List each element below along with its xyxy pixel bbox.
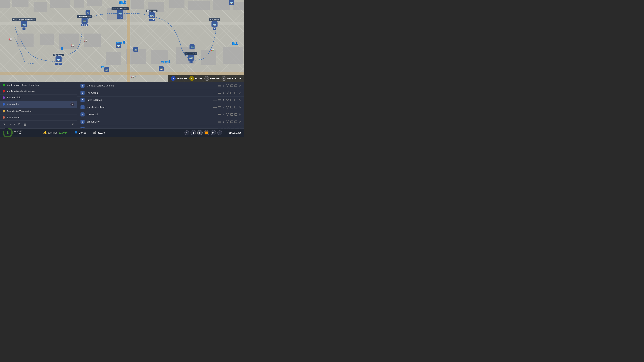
stop-controls-6: — 1 ⚙ [213,120,241,124]
gear-icon-1[interactable]: ⚙ [238,84,241,87]
stops-list[interactable]: 1 Manila airport bus terminal — 1 ⚙ 2 Th… [77,82,244,128]
bus-stop-5[interactable]: Main Road 🚌 5 8 [146,9,158,21]
stop-row-1[interactable]: 1 Manila airport bus terminal — 1 ⚙ [77,82,244,89]
gear-icon-2[interactable]: ⚙ [238,91,241,94]
filter-label: FILTER [195,77,202,80]
rename-label: RENAME [210,77,220,80]
stop-count-2: 1 [222,92,225,94]
eye-icon[interactable]: 👁 [18,123,21,126]
account-circle-inner: $ [4,129,12,136]
city-icon: 🏙 [93,131,96,134]
svg-rect-0 [0,0,10,8]
bus-stop-4[interactable]: Manchester Road 🚌 4 9 [112,7,129,18]
map-area[interactable]: Manila airport bus terminal 🚌 1 The Gree… [0,0,244,82]
gear-icon-6[interactable]: ⚙ [238,120,241,123]
delete-line-label: DELETE LINE [227,77,242,80]
status-bar: $ ACCOUNT 1.27 M 💰 Earnings $2.00 M 👤 18… [0,128,244,137]
svg-rect-9 [170,0,184,8]
stop-name-1: Manila airport bus terminal [86,84,211,87]
stop-num-2: 2 [80,91,84,95]
bus-stop-extra-6: 🚌 [229,0,234,5]
svg-line-40 [227,99,228,101]
stop-row-3[interactable]: 3 Highfield Road — 2 ⚙ [77,96,244,104]
filter-icon[interactable]: ▼ [3,123,6,126]
earnings-value: $2.00 M [59,131,67,134]
people-4: 👥👤 [232,41,238,45]
r-button-icon[interactable]: R [217,130,222,135]
svg-rect-1 [12,0,28,7]
stop-num-1: 1 [80,84,84,88]
box-icon-3 [230,99,233,101]
stop-badge-5b: 8 [152,18,155,21]
line-item-1[interactable]: Airplane Manila - Honolulu [0,88,77,94]
filter-btn[interactable]: Y FILTER [189,76,202,81]
stop-name-2: The Green [86,91,211,94]
svg-rect-12 [233,2,244,10]
filter-count: 18 / 18 [8,123,15,126]
bars-icon-2 [218,92,221,94]
panel-main: Airplane Alice Town - Honolulu Airplane … [0,82,244,128]
box-icon-5b [234,113,237,116]
stop-badge-5a: 5 [148,18,152,21]
line-item-2[interactable]: Bus Honolulu [0,94,77,101]
box-icon-2 [230,92,233,94]
svg-rect-3 [50,0,70,8]
people-2: 👥👥👤 [116,41,126,44]
bus-stop-7[interactable]: New Road 🚌 7 [209,18,220,30]
svg-rect-2 [34,2,47,12]
bus-stop-1[interactable]: Manila airport bus terminal 🚌 1 [12,18,36,30]
player-badge-3: A [70,102,74,106]
line-item-3[interactable]: Bus Manila A [0,101,77,108]
stop-num-4: 4 [80,105,84,109]
stop-row-6[interactable]: 6 School Lane — 1 ⚙ [77,118,244,125]
rb-button-icon: RB [222,76,226,81]
new-line-btn[interactable]: X NEW LINE [171,76,187,81]
svg-line-41 [228,99,228,101]
bus-stop-3[interactable]: Highfield Road 🚌 3 10 [77,15,92,26]
stop-badge-2b: 11 [58,63,62,65]
line-item-4[interactable]: Bus Manila Trainstation [0,108,77,114]
stop-row-4[interactable]: 4 Manchester Road — 1 ⚙ [77,104,244,111]
city-value: 33,238 [98,131,105,134]
svg-rect-17 [106,52,121,65]
gear-icon-3[interactable]: ⚙ [238,98,241,102]
gear-icon-5[interactable]: ⚙ [238,113,241,116]
play-btn[interactable]: ▶ [197,130,202,135]
stop-row-5[interactable]: 5 Main Road — 1 ⚙ [77,111,244,118]
stop-row-7[interactable]: 7 New Road — 1 ⚙ [77,125,244,128]
box-icon-6b [234,120,237,123]
line-list: Airplane Alice Town - Honolulu Airplane … [0,82,77,128]
pause-btn[interactable]: ⏸ [190,130,196,135]
rename-btn[interactable]: LB RENAME [204,76,220,81]
divider-2 [70,130,71,135]
grid-icon[interactable]: ⊞ [24,123,26,126]
divider-3 [90,130,90,135]
stop-row-2[interactable]: 2 The Green — 1 ⚙ [77,89,244,96]
line-item-5[interactable]: Bus Trinidad [0,114,77,120]
scroll-down-icon[interactable]: ▼ [71,122,74,126]
branch-icon-4 [226,106,229,109]
branch-icon-2 [226,91,229,94]
passengers-icon: 👤 [74,131,78,135]
stop-count-3: 2 [222,99,225,101]
gear-icon-4[interactable]: ⚙ [238,106,241,109]
earnings-label: Earnings [48,131,57,134]
stop-badge-3a: 3 [81,24,84,26]
line-list-items[interactable]: Airplane Alice Town - Honolulu Airplane … [0,82,77,120]
fast-forward-btn[interactable]: ⏩ [204,130,209,135]
vehicle-icon-3: 🚛 [84,38,88,42]
stop-count-4: 1 [222,106,225,109]
bus-stop-6[interactable]: School Lane 🚌 6 [184,52,198,63]
l-button-icon[interactable]: L [184,130,189,135]
delete-line-btn[interactable]: RB DELETE LINE [222,76,242,81]
bus-icon-3: 🚌 [82,18,88,24]
line-item-0[interactable]: Airplane Alice Town - Honolulu [0,82,77,88]
skip-forward-btn[interactable]: ⏭ [211,130,216,135]
bus-icon-2: 🚌 [56,56,62,62]
y-button-icon: Y [189,76,194,81]
bus-stop-extra-5: 🚌 [190,44,194,49]
stop-controls-5: — 1 ⚙ [213,113,241,116]
bus-stop-2[interactable]: The Green 🚌 2 11 [53,53,64,65]
branch-icon-1 [226,84,229,87]
stop-badge-4a: 4 [117,16,120,18]
